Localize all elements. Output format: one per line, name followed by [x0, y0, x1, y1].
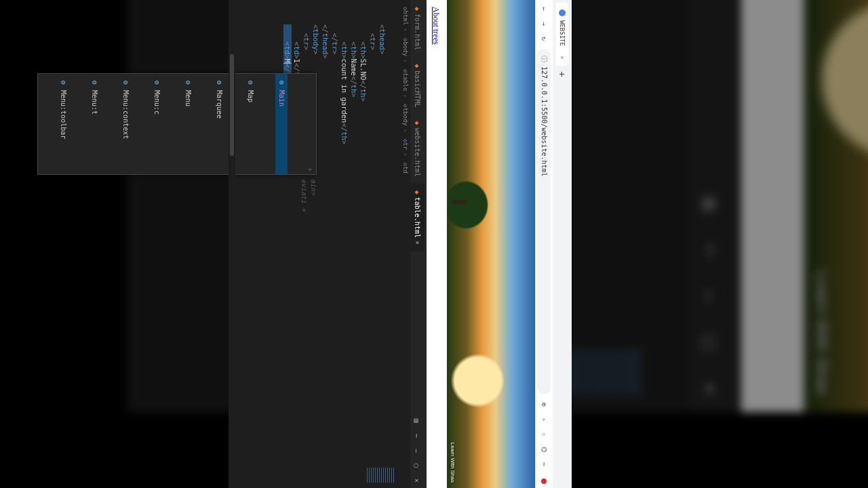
favicon — [559, 9, 566, 16]
hero-image: Learn With Shas — [447, 0, 535, 488]
image-credit: Learn With Shas — [450, 443, 456, 483]
horizontal-scrollbar[interactable] — [229, 0, 235, 488]
close-icon[interactable]: × — [690, 366, 730, 412]
editor-tabstrip: ◆form.html ◆basicHTML ◆website.html ◆tab… — [410, 0, 427, 488]
maximize-icon[interactable]: ▢ — [410, 458, 423, 473]
tab-title: WEBSITE — [559, 20, 566, 46]
line-gutter — [235, 0, 398, 23]
code-area[interactable]: <thead> <tr> <th>SL.NO</th> <th>Name</th… — [235, 23, 398, 464]
reload-icon[interactable]: ↻ — [540, 34, 548, 43]
ac-item[interactable]: ⚙Menu:context — [119, 74, 132, 174]
ac-item[interactable]: ⚙Map — [244, 74, 256, 174]
chevron-right-icon[interactable]: › — [305, 167, 315, 171]
breadcrumbs[interactable]: ◇html› ◇body› ◇table› ◇tbody› ◇tr› ◇td — [398, 0, 410, 488]
zoom-icon[interactable]: ⊕ — [540, 400, 548, 409]
breadcrumbs[interactable]: ◇html› ◇body› ◇table› ◇tbody› ◇tr› ◇td — [652, 0, 690, 412]
minimize-icon[interactable]: — — [690, 273, 730, 319]
new-tab-button[interactable]: + — [557, 66, 568, 82]
copilot-icon[interactable]: ✧ — [540, 415, 548, 424]
split-editor-icon[interactable]: ▥ — [410, 413, 423, 428]
ac-item[interactable]: ⚙Menu — [182, 74, 194, 174]
ac-item-selected[interactable]: ⚙Main — [275, 74, 288, 174]
minimap[interactable] — [235, 464, 398, 488]
forward-icon[interactable]: → — [540, 19, 548, 28]
about-trees-link[interactable]: About trees — [431, 7, 441, 45]
extensions-icon[interactable]: ⌬ — [540, 445, 548, 454]
autocomplete-popup[interactable]: › ⚙Main ⚙Map ⚙Marquee ⚙Menu ⚙Menu:c ⚙Men… — [37, 73, 317, 175]
maximize-icon[interactable]: ▢ — [690, 319, 730, 365]
close-icon[interactable]: × — [559, 56, 566, 59]
ac-item[interactable]: ⚙Menu:c — [151, 74, 163, 174]
close-icon[interactable]: × — [414, 241, 421, 245]
recording-indicator — [542, 479, 547, 484]
favorite-icon[interactable]: ☆ — [540, 430, 548, 439]
editor-tab-active[interactable]: ◆table.html× — [410, 184, 425, 251]
site-info-icon[interactable]: ⓘ — [540, 56, 549, 62]
close-icon[interactable]: × — [410, 473, 423, 488]
ac-item[interactable]: ⚙Menu:toolbar — [57, 74, 69, 174]
editor-tab[interactable]: ◆website.html — [410, 114, 425, 183]
ghost-text: ain>eviati × — [299, 179, 318, 211]
editor-tab[interactable]: ◆form.html — [410, 0, 425, 57]
horizontal-scrollbar[interactable] — [127, 0, 148, 412]
hero-image: Learn With Shas — [804, 0, 868, 412]
browser-tab[interactable]: WEBSITE × — [556, 3, 568, 66]
back-icon[interactable]: ← — [540, 4, 548, 14]
ac-item[interactable]: ⚙Menu:t — [88, 74, 100, 174]
more-icon[interactable]: ⋯ — [690, 227, 730, 273]
editor-tab[interactable]: ◆basicHTML — [410, 57, 425, 114]
ac-item[interactable]: ⚙Marquee — [213, 74, 225, 174]
url-text: 127.0.0.1:5500/website.html — [540, 66, 548, 177]
address-bar[interactable]: ⓘ 127.0.0.1:5500/website.html — [538, 49, 551, 394]
image-credit: Learn With Shas — [812, 271, 831, 395]
minimize-icon[interactable]: — — [410, 443, 423, 458]
split-editor-icon[interactable]: ▥ — [690, 181, 730, 227]
more-icon[interactable]: ⋯ — [410, 428, 423, 443]
editor-tabstrip: ◆form.html ◆basicHTML ◆website.html ◆tab… — [690, 0, 741, 412]
menu-icon[interactable]: ⋯ — [540, 460, 548, 469]
